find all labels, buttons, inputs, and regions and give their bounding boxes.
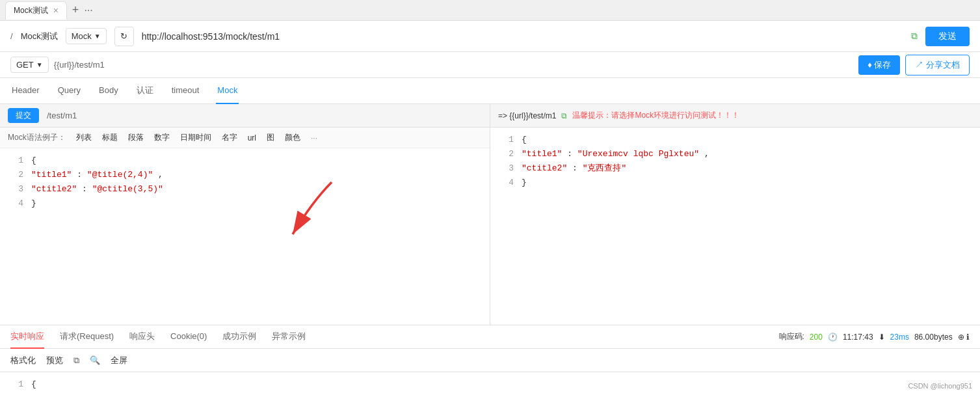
preview-line-2: 2 "title1" : "Urexeimcv lqbc Pglxteu" , [490,147,980,161]
code-line-3: 3 "ctitle2" : "@ctitle(3,5)" [0,182,490,197]
preview-code-area: 1 { 2 "title1" : "Urexeimcv lqbc Pglxteu… [490,128,980,325]
syntax-number[interactable]: 数字 [154,132,170,143]
download-icon: ⬇ [879,333,885,342]
toolbar: GET ▼ {{url}}/test/m1 ♦ 保存 ↗ 分享文档 [0,52,980,78]
main-editor-area: 提交 /test/m1 Mock语法例子： 列表 标题 段落 数字 日期时间 名… [0,104,980,325]
chevron-down-icon: ▼ [94,33,101,40]
method-label: GET [16,60,34,70]
code-line-4: 4 } [0,197,490,211]
preview-line-3: 3 "ctitle2" : "克西查持" [490,161,980,176]
syntax-name[interactable]: 名字 [222,132,237,143]
response-tabs: 实时响应 请求(Request) 响应头 Cookie(0) 成功示例 异常示例… [0,325,980,349]
response-duration: 23ms [890,333,909,342]
tab-realtime[interactable]: 实时响应 [10,325,44,349]
fullscreen-button[interactable]: 全屏 [111,355,127,366]
refresh-icon: ↻ [120,31,127,41]
tab-header[interactable]: Header [10,78,41,104]
editor-left-header: 提交 /test/m1 [0,104,490,128]
code-line-1: 1 { [0,154,490,168]
status-code-label: 响应码: [779,331,804,342]
syntax-color[interactable]: 颜色 [285,132,300,143]
response-time: 11:17:43 [843,333,873,342]
tab-mock[interactable]: Mock [216,78,239,104]
tab-error-example[interactable]: 异常示例 [272,325,306,349]
warning-text: 温馨提示：请选择Mock环境进行访问测试！！！ [572,110,739,121]
tab-request[interactable]: 请求(Request) [60,325,114,349]
syntax-title[interactable]: 标题 [102,132,118,143]
preview-line-1: 1 { [490,133,980,147]
syntax-list[interactable]: 列表 [76,132,92,143]
url-display: http://localhost:9513/mock/test/m1 [142,31,901,42]
watermark: CSDN @lichong951 [908,382,972,390]
method-selector[interactable]: GET ▼ [10,57,49,73]
syntax-label: Mock语法例子： [8,132,66,143]
preview-button[interactable]: 预览 [46,355,63,366]
browser-tab-bar: Mock测试 × + ··· [0,0,980,21]
resp-line-1: 1 { [0,377,980,392]
address-bar: / Mock测试 Mock ▼ ↻ http://localhost:9513/… [0,21,980,52]
tab-auth[interactable]: 认证 [135,78,155,104]
refresh-button[interactable]: ↻ [114,27,134,46]
mock-syntax-bar: Mock语法例子： 列表 标题 段落 数字 日期时间 名字 url 图 颜色 ·… [0,128,490,148]
tab-timeout[interactable]: timeout [170,78,201,104]
format-button[interactable]: 格式化 [10,355,36,366]
tab-query[interactable]: Query [57,78,82,104]
response-status-bar: 响应码: 200 🕐 11:17:43 ⬇ 23ms 86.00bytes ⊕ … [779,331,970,342]
new-tab-button[interactable]: + [70,3,82,17]
editor-path-label: /test/m1 [47,111,77,120]
response-size: 86.00bytes [914,333,953,342]
preview-line-4: 4 } [490,176,980,190]
mock-selector-label: Mock [72,31,92,41]
format-bar: 格式化 预览 ⧉ 🔍 全屏 [0,349,980,372]
code-editor-left[interactable]: 1 { 2 "title1" : "@title(2,4)" , 3 "ctit… [0,148,490,325]
send-button[interactable]: 发送 [925,27,970,46]
preview-path: => {{url}}/test/m1 [498,111,556,120]
clock-icon: 🕐 [828,333,838,342]
chevron-down-icon: ▼ [36,61,43,68]
code-line-2: 2 "title1" : "@title(2,4)" , [0,168,490,182]
syntax-image[interactable]: 图 [267,132,274,143]
tab-menu-button[interactable]: ··· [84,5,92,16]
mock-environment-selector[interactable]: Mock ▼ [66,28,107,44]
tab-body[interactable]: Body [98,78,120,104]
response-code-area: 1 { [0,372,980,395]
more-syntax-icon[interactable]: ··· [311,133,317,143]
browser-tab[interactable]: Mock测试 × [5,1,67,20]
preview-copy-icon[interactable]: ⧉ [561,111,567,120]
search-icon[interactable]: 🔍 [90,355,100,365]
page-title: Mock测试 [21,31,58,42]
request-tabs: Header Query Body 认证 timeout Mock [0,78,980,104]
preview-header: => {{url}}/test/m1 ⧉ 温馨提示：请选择Mock环境进行访问测… [490,104,980,128]
syntax-paragraph[interactable]: 段落 [128,132,144,143]
mock-editor-left: 提交 /test/m1 Mock语法例子： 列表 标题 段落 数字 日期时间 名… [0,104,490,325]
copy-url-icon[interactable]: ⧉ [911,31,918,42]
share-button[interactable]: ↗ 分享文档 [905,55,970,75]
tab-close-icon[interactable]: × [53,5,59,16]
tab-label: Mock测试 [14,5,48,16]
copy-icon[interactable]: ⧉ [73,355,79,366]
syntax-datetime[interactable]: 日期时间 [180,132,211,143]
save-button[interactable]: ♦ 保存 [858,55,900,75]
tab-response-header[interactable]: 响应头 [129,325,155,349]
request-url-path: {{url}}/test/m1 [54,60,853,70]
response-action-icons[interactable]: ⊕ ℹ [958,333,970,342]
breadcrumb: / [10,31,13,41]
status-code: 200 [810,333,823,342]
tab-cookie[interactable]: Cookie(0) [170,325,207,349]
mock-preview-right: => {{url}}/test/m1 ⧉ 温馨提示：请选择Mock环境进行访问测… [490,104,980,325]
submit-button[interactable]: 提交 [8,108,39,123]
tab-success-example[interactable]: 成功示例 [222,325,256,349]
syntax-url[interactable]: url [248,133,256,143]
